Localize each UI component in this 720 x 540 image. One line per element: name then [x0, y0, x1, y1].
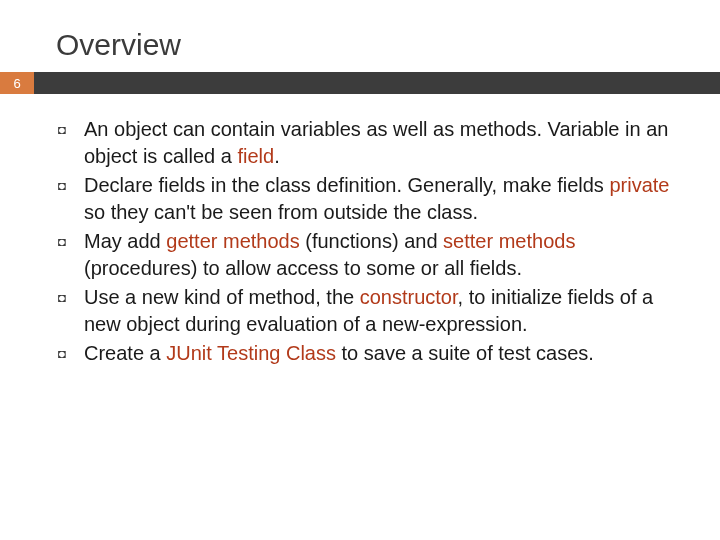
bullet-icon: ◘ — [56, 228, 84, 256]
list-item: ◘ Create a JUnit Testing Class to save a… — [56, 340, 680, 368]
highlight: JUnit Testing Class — [166, 342, 336, 364]
list-item-text: An object can contain variables as well … — [84, 116, 680, 170]
list-item: ◘ May add getter methods (functions) and… — [56, 228, 680, 282]
accent-bar-right — [34, 72, 720, 94]
highlight: constructor — [360, 286, 458, 308]
list-item-text: May add getter methods (functions) and s… — [84, 228, 680, 282]
slide-title: Overview — [0, 0, 720, 72]
slide-number-box: 6 — [0, 72, 34, 94]
bullet-icon: ◘ — [56, 340, 84, 368]
highlight: setter methods — [443, 230, 575, 252]
highlight: private — [609, 174, 669, 196]
list-item-text: Use a new kind of method, the constructo… — [84, 284, 680, 338]
list-item: ◘ An object can contain variables as wel… — [56, 116, 680, 170]
highlight: getter methods — [166, 230, 299, 252]
slide-number: 6 — [13, 76, 20, 91]
list-item: ◘ Declare fields in the class definition… — [56, 172, 680, 226]
list-item-text: Create a JUnit Testing Class to save a s… — [84, 340, 594, 367]
bullet-icon: ◘ — [56, 116, 84, 144]
accent-bar: 6 — [0, 72, 720, 94]
content-area: ◘ An object can contain variables as wel… — [0, 94, 720, 368]
bullet-icon: ◘ — [56, 172, 84, 200]
highlight: field — [237, 145, 274, 167]
list-item: ◘ Use a new kind of method, the construc… — [56, 284, 680, 338]
list-item-text: Declare fields in the class definition. … — [84, 172, 680, 226]
bullet-icon: ◘ — [56, 284, 84, 312]
